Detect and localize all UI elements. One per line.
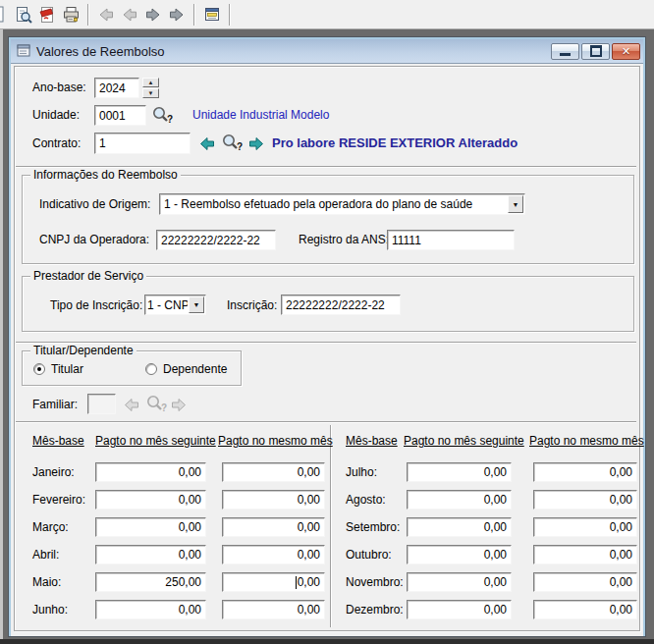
up-arrow-icon: ▲	[148, 80, 154, 85]
agosto-mesmo-input[interactable]: 0,00	[533, 490, 637, 510]
indicativo-origem-select[interactable]: 1 - Reembolso efetuado pela operadora do…	[159, 193, 525, 215]
pagto-seguinte-header: Pagto no mês seguinte	[95, 434, 206, 448]
marco-mesmo-input[interactable]: 0,00	[222, 517, 325, 537]
month-label: Setembro:	[346, 520, 407, 534]
nav-next-icon	[144, 6, 162, 24]
valores-de-reembolso-window: Valores de Reembolso ✕ Ano-base: 2024 ▲ …	[8, 36, 646, 637]
toolbar-separator	[229, 4, 231, 26]
inscricao-label: Inscrição:	[227, 298, 277, 312]
titular-radio-label: Titular	[51, 362, 83, 376]
abril-seguinte-input[interactable]: 0,00	[95, 545, 206, 564]
maio-mesmo-input[interactable]: 0,00	[222, 572, 325, 592]
familiar-previous-icon	[124, 398, 139, 412]
setembro-seguinte-input[interactable]: 0,00	[407, 517, 512, 537]
titular-radio[interactable]: Titular	[33, 362, 83, 376]
window-titlebar[interactable]: Valores de Reembolso ✕	[11, 39, 643, 64]
close-button[interactable]: ✕	[612, 43, 640, 60]
radio-button-icon[interactable]	[145, 363, 157, 375]
chevron-down-icon: ▼	[193, 301, 200, 308]
fevereiro-seguinte-input[interactable]: 0,00	[95, 490, 206, 510]
pdf-icon	[38, 6, 56, 24]
mes-base-header: Mês-base	[346, 434, 398, 448]
unidade-label: Unidade:	[32, 108, 80, 122]
svg-text:?: ?	[161, 402, 167, 413]
maio-seguinte-input[interactable]: 250,00	[95, 572, 206, 592]
radio-button-icon[interactable]	[33, 363, 45, 375]
novembro-mesmo-input[interactable]: 0,00	[533, 572, 637, 592]
month-label: Julho:	[346, 465, 407, 479]
print-button[interactable]	[59, 3, 82, 27]
main-toolbar	[0, 0, 654, 29]
restore-button[interactable]	[581, 43, 610, 60]
unidade-input[interactable]: 0001	[94, 105, 146, 126]
months-table-left: Janeiro: 0,00 0,00 Fevereiro: 0,00 0,00 …	[32, 458, 325, 623]
open-form-button[interactable]	[200, 3, 224, 27]
dependente-radio-label: Dependente	[163, 362, 227, 376]
svg-text:?: ?	[167, 114, 173, 125]
agosto-seguinte-input[interactable]: 0,00	[407, 490, 512, 510]
contrato-lookup-icon[interactable]: ?	[220, 133, 244, 152]
outubro-mesmo-input[interactable]: 0,00	[533, 545, 637, 564]
tipo-inscricao-select[interactable]: 1 - CNPJ ▼	[144, 295, 206, 315]
fevereiro-mesmo-input[interactable]: 0,00	[222, 490, 325, 510]
pagto-mesmo-header: Pagto no mesmo mês	[529, 434, 639, 448]
nav-last-button[interactable]	[165, 3, 189, 27]
dezembro-mesmo-input[interactable]: 0,00	[533, 600, 637, 619]
nav-first-button[interactable]	[94, 3, 118, 27]
month-label: Janeiro:	[32, 465, 95, 479]
indicativo-origem-label: Indicativo de Origem:	[39, 197, 150, 211]
janeiro-mesmo-input[interactable]: 0,00	[222, 462, 325, 482]
dropdown-button[interactable]: ▼	[508, 195, 523, 213]
pagto-mesmo-header: Pagto no mesmo mês	[218, 434, 329, 448]
cnpj-operadora-label: CNPJ da Operadora:	[39, 233, 149, 246]
month-label: Dezembro:	[346, 603, 407, 617]
section-divider	[16, 421, 636, 423]
month-label: Fevereiro:	[32, 493, 95, 507]
registro-ans-input[interactable]: 11111	[387, 230, 515, 250]
ano-base-input[interactable]: 2024	[94, 78, 139, 98]
month-label: Abril:	[32, 548, 95, 562]
informacoes-reembolso-group: Informações do Reembolso	[22, 175, 634, 264]
spinner-up-button[interactable]: ▲	[142, 78, 159, 87]
inscricao-input[interactable]: 22222222/2222-22	[281, 295, 401, 315]
nav-previous-button[interactable]	[118, 3, 141, 27]
informacoes-reembolso-title: Informações do Reembolso	[30, 168, 181, 182]
toolbar-separator	[193, 4, 195, 26]
unidade-lookup-icon[interactable]: ?	[150, 105, 174, 125]
pagto-seguinte-header: Pagto no mês seguinte	[404, 434, 515, 448]
junho-seguinte-input[interactable]: 0,00	[95, 600, 206, 619]
months-table-right: Julho: 0,00 0,00 Agosto: 0,00 0,00 Setem…	[346, 458, 637, 623]
novembro-seguinte-input[interactable]: 0,00	[407, 572, 512, 592]
nav-next-button[interactable]	[141, 3, 165, 27]
contrato-input[interactable]: 1	[94, 133, 191, 154]
abril-mesmo-input[interactable]: 0,00	[222, 545, 325, 564]
julho-mesmo-input[interactable]: 0,00	[533, 462, 637, 482]
text-caret	[296, 576, 297, 589]
mes-base-header: Mês-base	[32, 434, 84, 448]
junho-mesmo-input[interactable]: 0,00	[222, 600, 325, 619]
print-preview-icon	[15, 6, 32, 24]
month-label: Outubro:	[346, 548, 407, 562]
marco-seguinte-input[interactable]: 0,00	[95, 517, 206, 537]
partial-toolbar-button[interactable]	[0, 3, 12, 27]
spinner-down-button[interactable]: ▼	[142, 88, 159, 98]
form-window-icon	[203, 6, 221, 24]
contrato-previous-icon[interactable]	[199, 136, 215, 151]
setembro-mesmo-input[interactable]: 0,00	[533, 517, 637, 537]
outubro-seguinte-input[interactable]: 0,00	[407, 545, 512, 564]
pdf-export-button[interactable]	[35, 3, 59, 27]
print-preview-button[interactable]	[12, 3, 35, 27]
ano-base-spinner[interactable]: ▲ ▼	[142, 78, 159, 99]
contrato-next-icon[interactable]	[248, 136, 264, 151]
close-icon: ✕	[622, 46, 630, 57]
cnpj-operadora-input[interactable]: 22222222/2222-22	[156, 230, 276, 250]
dezembro-seguinte-input[interactable]: 0,00	[407, 600, 512, 619]
dependente-radio[interactable]: Dependente	[145, 362, 227, 376]
restore-icon	[590, 45, 602, 57]
janeiro-seguinte-input[interactable]: 0,00	[95, 462, 206, 482]
month-label: Junho:	[32, 603, 95, 617]
julho-seguinte-input[interactable]: 0,00	[407, 462, 512, 482]
month-label: Agosto:	[346, 493, 407, 507]
dropdown-button[interactable]: ▼	[189, 296, 204, 313]
minimize-button[interactable]	[551, 43, 579, 60]
